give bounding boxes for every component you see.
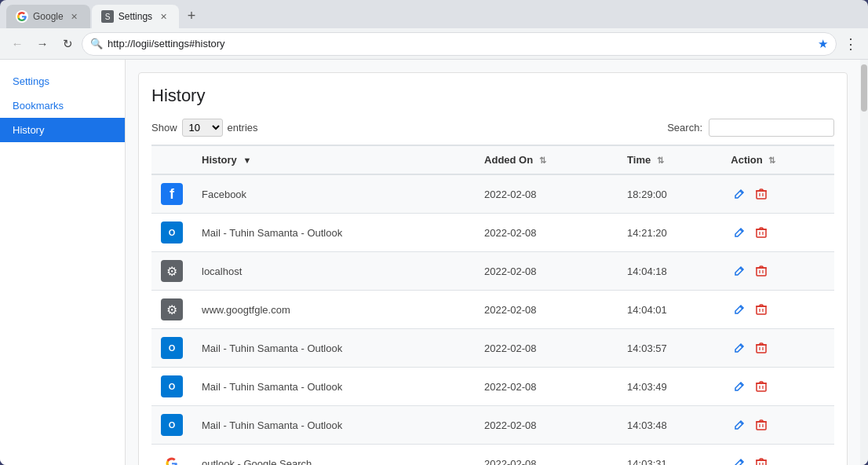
entries-select[interactable]: 10 25 50 100 (182, 119, 223, 137)
col-time[interactable]: Time ⇅ (618, 145, 721, 174)
search-box: Search: (667, 119, 834, 137)
edit-button-4[interactable] (731, 301, 748, 318)
cell-action-1 (721, 174, 834, 214)
cell-action-8 (721, 445, 834, 466)
history-container: History Show 10 25 50 100 entries (138, 72, 848, 465)
delete-button-1[interactable] (753, 185, 770, 203)
cell-favicon-3: ⚙ (151, 252, 192, 291)
cell-added-on-1: 2022-02-08 (475, 174, 618, 214)
table-row: O Mail - Tuhin Samanta - Outlook 2022-02… (151, 368, 834, 406)
sidebar-item-settings[interactable]: Settings (0, 69, 125, 93)
cell-added-on-6: 2022-02-08 (475, 368, 618, 406)
delete-button-3[interactable] (753, 262, 770, 280)
cell-added-on-8: 2022-02-08 (475, 445, 618, 466)
cell-action-3 (721, 252, 834, 291)
favicon-settings: ⚙ (161, 260, 183, 282)
tab-google-title: Google (33, 11, 64, 22)
cell-favicon-5: O (151, 329, 192, 368)
nav-bar: ← → ↻ 🔍 ★ ⋮ (0, 28, 868, 60)
browser-scrollbar[interactable] (860, 60, 868, 465)
table-header-row: History ▼ Added On ⇅ Time ⇅ (151, 145, 834, 174)
cell-favicon-4: ⚙ (151, 291, 192, 329)
cell-favicon-1: f (151, 174, 192, 214)
svg-rect-28 (757, 345, 766, 353)
favicon-settings: ⚙ (161, 298, 183, 320)
cell-action-6 (721, 368, 834, 406)
favicon-outlook: O (161, 414, 183, 436)
search-input[interactable] (709, 119, 834, 137)
delete-button-7[interactable] (753, 416, 770, 434)
svg-text:O: O (169, 382, 176, 391)
cell-favicon-2: O (151, 214, 192, 252)
col-added-on[interactable]: Added On ⇅ (475, 145, 618, 174)
added-on-sort-icon: ⇅ (539, 156, 546, 166)
table-row: ⚙ localhost 2022-02-08 14:04:18 (151, 252, 834, 291)
svg-rect-35 (757, 383, 766, 391)
table-row: O Mail - Tuhin Samanta - Outlook 2022-02… (151, 214, 834, 252)
svg-rect-16 (757, 268, 766, 276)
reload-button[interactable]: ↻ (57, 33, 78, 55)
delete-button-6[interactable] (753, 378, 770, 395)
favicon-google (161, 452, 183, 465)
delete-button-8[interactable] (753, 455, 770, 465)
reload-icon: ↻ (63, 37, 73, 51)
back-button[interactable]: ← (6, 33, 28, 55)
cell-added-on-7: 2022-02-08 (475, 406, 618, 445)
history-table: History ▼ Added On ⇅ Time ⇅ (151, 145, 834, 465)
sidebar-item-bookmarks[interactable]: Bookmarks (0, 93, 125, 118)
settings-tab-favicon: S (101, 10, 114, 23)
edit-button-6[interactable] (731, 378, 748, 395)
content-area: Settings Bookmarks History History Show … (0, 60, 868, 465)
cell-history-2: Mail - Tuhin Samanta - Outlook (192, 214, 475, 252)
tab-settings[interactable]: S Settings ✕ (92, 5, 179, 28)
svg-rect-42 (757, 422, 766, 430)
svg-text:S: S (104, 13, 110, 21)
sidebar-item-history[interactable]: History (0, 118, 125, 142)
delete-button-5[interactable] (753, 339, 770, 357)
col-history[interactable]: History ▼ (192, 145, 475, 174)
bookmark-star-icon[interactable]: ★ (818, 37, 828, 51)
favicon-facebook: f (161, 183, 183, 205)
cell-action-7 (721, 406, 834, 445)
tab-settings-close[interactable]: ✕ (157, 10, 170, 23)
svg-rect-48 (757, 460, 766, 465)
svg-text:O: O (169, 343, 176, 353)
delete-button-2[interactable] (753, 224, 770, 241)
show-entries: Show 10 25 50 100 entries (151, 119, 258, 137)
tab-bar: Google ✕ S Settings ✕ + (0, 0, 868, 28)
cell-history-1: Facebook (192, 174, 475, 214)
cell-favicon-6: O (151, 368, 192, 406)
address-bar[interactable]: 🔍 ★ (82, 32, 837, 56)
forward-button[interactable]: → (31, 33, 53, 55)
col-icon (151, 145, 192, 174)
cell-history-6: Mail - Tuhin Samanta - Outlook (192, 368, 475, 406)
cell-action-4 (721, 291, 834, 329)
address-input[interactable] (108, 38, 813, 49)
cell-time-8: 14:03:31 (618, 445, 721, 466)
browser-menu-button[interactable]: ⋮ (840, 33, 862, 55)
table-controls: Show 10 25 50 100 entries Search: (151, 119, 834, 137)
edit-button-1[interactable] (731, 185, 748, 203)
entries-label: entries (228, 122, 258, 134)
delete-button-4[interactable] (753, 301, 770, 318)
cell-favicon-7: O (151, 406, 192, 445)
sidebar: Settings Bookmarks History (0, 60, 126, 465)
svg-rect-11 (757, 229, 766, 237)
edit-button-8[interactable] (731, 455, 748, 465)
edit-button-5[interactable] (731, 339, 748, 357)
tab-google[interactable]: Google ✕ (6, 5, 90, 28)
cell-history-5: Mail - Tuhin Samanta - Outlook (192, 329, 475, 368)
new-tab-button[interactable]: + (181, 5, 202, 27)
edit-button-2[interactable] (731, 224, 748, 241)
col-action[interactable]: Action ⇅ (721, 145, 834, 174)
edit-button-7[interactable] (731, 416, 748, 434)
scrollbar-thumb[interactable] (861, 64, 867, 112)
page-title: History (151, 86, 834, 106)
cell-history-4: www.googtfgle.com (192, 291, 475, 329)
cell-time-4: 14:04:01 (618, 291, 721, 329)
tab-google-close[interactable]: ✕ (68, 10, 81, 23)
cell-time-7: 14:03:48 (618, 406, 721, 445)
cell-time-1: 18:29:00 (618, 174, 721, 214)
edit-button-3[interactable] (731, 262, 748, 280)
tab-settings-title: Settings (119, 11, 152, 22)
